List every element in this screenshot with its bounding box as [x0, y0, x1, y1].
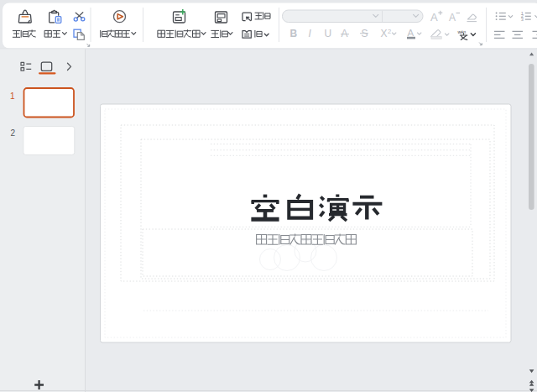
svg-text:wén: wén	[458, 29, 467, 34]
svg-text:B: B	[290, 28, 298, 39]
svg-text:S: S	[362, 28, 368, 39]
svg-text:A: A	[449, 12, 456, 24]
svg-text:A: A	[430, 11, 438, 24]
svg-text:U: U	[325, 28, 332, 39]
svg-text:1: 1	[10, 91, 15, 101]
svg-text:3: 3	[521, 17, 524, 22]
svg-text:2: 2	[10, 128, 15, 138]
svg-text:2: 2	[388, 28, 391, 35]
svg-text:A: A	[408, 28, 414, 38]
svg-text:X: X	[381, 28, 388, 39]
